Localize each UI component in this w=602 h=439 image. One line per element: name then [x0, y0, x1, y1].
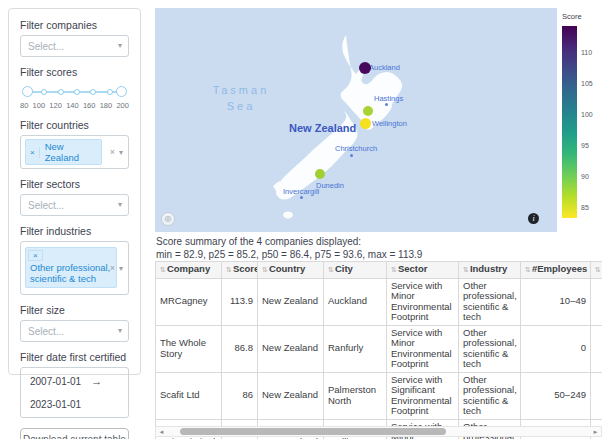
map-point-mrcagney[interactable] — [359, 62, 371, 74]
city-label-dunedin: Dunedin — [316, 181, 344, 190]
col-header-country[interactable]: ⇅Country — [258, 262, 324, 279]
legend-tick: 90 — [581, 173, 589, 180]
col-header-employees[interactable]: ⇅#Employees — [521, 262, 591, 279]
map-point-whole-story[interactable] — [315, 169, 325, 179]
col-header-industry[interactable]: ⇅Industry — [459, 262, 521, 279]
date-range-picker[interactable]: 2007-01-01 → 2023-01-01 — [20, 367, 129, 418]
clear-icon[interactable]: × — [110, 147, 115, 157]
tick-label: 180 — [100, 101, 113, 110]
score-range-slider[interactable] — [22, 86, 127, 98]
score-summary: Score summary of the 4 companies display… — [156, 235, 422, 261]
chevron-down-icon[interactable]: ▾ — [119, 264, 123, 273]
sectors-select[interactable]: Select... ▾ — [20, 194, 129, 216]
legend-tick: 105 — [581, 80, 593, 87]
score-legend: Score 110 105 100 95 90 85 — [560, 8, 602, 232]
cell-clipped — [591, 372, 602, 419]
col-header-clipped[interactable]: ⇅ — [591, 262, 602, 279]
filter-scores-label: Filter scores — [20, 66, 129, 78]
cell-company: MRCagney — [156, 278, 222, 325]
download-table-button[interactable]: Download current table — [20, 428, 129, 439]
table-row[interactable]: Scafit Ltd 86 New Zealand Palmerston Nor… — [156, 372, 602, 419]
city-marker-invercargill — [300, 196, 303, 199]
info-icon[interactable]: i — [528, 213, 539, 224]
cell-employees: 10–49 — [521, 278, 591, 325]
city-label-invercargill: Invercargill — [283, 187, 319, 196]
city-label-hastings: Hastings — [374, 94, 403, 103]
cell-employees: 50–249 — [521, 372, 591, 419]
legend-tick: 100 — [581, 111, 593, 118]
filter-sectors-label: Filter sectors — [20, 178, 129, 190]
tasman-sea-label: Tasman Sea — [193, 82, 289, 114]
tick-label: 120 — [49, 101, 62, 110]
summary-line2: min = 82.9, p25 = 85.2, p50 = 86.4, p75 … — [156, 248, 422, 261]
cell-city: Palmerston North — [324, 372, 387, 419]
table-row[interactable]: The Whole Story 86.8 New Zealand Ranfurl… — [156, 325, 602, 372]
slider-tick-dot — [90, 89, 96, 95]
sort-icon: ⇅ — [391, 266, 397, 273]
map-panel[interactable]: Tasman Sea New Zealand Auckland Hastings… — [155, 8, 557, 232]
col-header-score[interactable]: ⇅Score — [222, 262, 258, 279]
country-tag: × New Zealand — [25, 139, 102, 165]
cell-sector: Service with Significant Environmental F… — [387, 372, 459, 419]
scrollbar-track[interactable] — [167, 427, 590, 436]
cell-sector: Service with Minor Environmental Footpri… — [387, 278, 459, 325]
col-header-company[interactable]: ⇅Company — [156, 262, 222, 279]
sort-icon: ⇅ — [226, 266, 232, 273]
scrollbar-thumb[interactable] — [180, 428, 446, 435]
legend-tick: 110 — [581, 49, 592, 56]
map-point-write-limited[interactable] — [360, 118, 371, 129]
filter-industries-label: Filter industries — [20, 225, 129, 237]
date-from-value[interactable]: 2007-01-01 — [30, 376, 81, 387]
sectors-placeholder: Select... — [28, 200, 64, 211]
cell-clipped — [591, 325, 602, 372]
map-point-scafit[interactable] — [363, 106, 373, 116]
arrow-right-icon: → — [91, 375, 102, 387]
legend-tick: 95 — [581, 142, 589, 149]
countries-multiselect[interactable]: × New Zealand × ▾ — [20, 135, 129, 169]
chevron-down-icon: ▾ — [118, 42, 122, 50]
scroll-left-icon[interactable]: ◄ — [156, 429, 167, 435]
col-header-sector[interactable]: ⇅Sector — [387, 262, 459, 279]
tag-remove-icon[interactable]: × — [28, 250, 43, 261]
legend-title: Score — [562, 12, 602, 21]
country-tag-label: New Zealand — [40, 140, 101, 164]
sort-icon: ⇅ — [595, 266, 601, 273]
sort-icon: ⇅ — [328, 266, 334, 273]
tick-label: 100 — [33, 101, 46, 110]
legend-tick: 85 — [581, 204, 589, 211]
cell-industry: Other professional, scientific & tech — [459, 372, 521, 419]
sort-icon: ⇅ — [160, 266, 166, 273]
tick-label: 160 — [83, 101, 96, 110]
col-header-city[interactable]: ⇅City — [324, 262, 387, 279]
filter-countries-label: Filter countries — [20, 119, 129, 131]
industry-tag: × Other professional, scientific & tech — [25, 247, 117, 288]
date-to-value[interactable]: 2023-01-01 — [30, 399, 81, 410]
chevron-down-icon[interactable]: ▾ — [119, 148, 123, 157]
table-horizontal-scrollbar[interactable]: ◄ ► — [155, 426, 602, 437]
sort-icon: ⇅ — [262, 266, 268, 273]
map-control-icon[interactable]: ◎ — [161, 212, 175, 226]
slider-tick-dot — [107, 89, 113, 95]
tag-remove-icon[interactable]: × — [26, 147, 40, 158]
industries-multiselect[interactable]: × Other professional, scientific & tech … — [20, 241, 129, 295]
cell-score: 113.9 — [222, 278, 258, 325]
slider-tick-dot — [41, 89, 47, 95]
clear-icon[interactable]: × — [110, 263, 115, 273]
table-header-row: ⇅Company ⇅Score ⇅Country ⇅City ⇅Sector ⇅… — [156, 262, 602, 279]
new-zealand-landmass — [155, 8, 557, 232]
companies-select[interactable]: Select... ▾ — [20, 35, 129, 57]
table-row[interactable]: MRCagney 113.9 New Zealand Auckland Serv… — [156, 278, 602, 325]
slider-handle-max[interactable] — [116, 86, 127, 97]
companies-table: ⇅Company ⇅Score ⇅Country ⇅City ⇅Sector ⇅… — [155, 261, 602, 439]
slider-handle-min[interactable] — [22, 86, 33, 97]
cell-city: Ranfurly — [324, 325, 387, 372]
industry-tag-label: Other professional, scientific & tech — [26, 261, 116, 287]
scroll-right-icon[interactable]: ► — [590, 429, 601, 435]
legend-gradient — [562, 26, 577, 218]
cell-score: 86 — [222, 372, 258, 419]
chevron-down-icon: ▾ — [118, 327, 122, 335]
slider-tick-dot — [74, 89, 80, 95]
cell-industry: Other professional, scientific & tech — [459, 325, 521, 372]
size-placeholder: Select... — [28, 326, 64, 337]
size-select[interactable]: Select... ▾ — [20, 320, 129, 342]
